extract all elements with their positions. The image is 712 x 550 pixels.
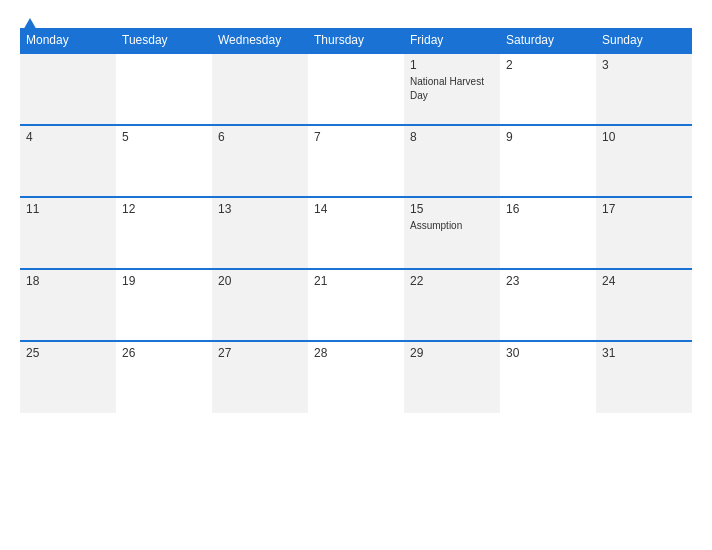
calendar-cell: 19 xyxy=(116,269,212,341)
calendar-cell: 15Assumption xyxy=(404,197,500,269)
day-number: 25 xyxy=(26,346,110,360)
calendar-cell: 20 xyxy=(212,269,308,341)
calendar-cell: 28 xyxy=(308,341,404,413)
day-number: 19 xyxy=(122,274,206,288)
calendar-cell: 6 xyxy=(212,125,308,197)
calendar-week-3: 1112131415Assumption1617 xyxy=(20,197,692,269)
logo-blue-row xyxy=(20,18,38,32)
calendar-week-4: 18192021222324 xyxy=(20,269,692,341)
day-number: 1 xyxy=(410,58,494,72)
calendar-cell: 18 xyxy=(20,269,116,341)
day-number: 3 xyxy=(602,58,686,72)
calendar-cell: 13 xyxy=(212,197,308,269)
calendar-cell: 31 xyxy=(596,341,692,413)
day-number: 28 xyxy=(314,346,398,360)
calendar-cell xyxy=(212,53,308,125)
calendar-cell: 22 xyxy=(404,269,500,341)
day-number: 17 xyxy=(602,202,686,216)
calendar-cell: 3 xyxy=(596,53,692,125)
day-number: 26 xyxy=(122,346,206,360)
day-number: 22 xyxy=(410,274,494,288)
calendar-week-2: 45678910 xyxy=(20,125,692,197)
calendar-cell: 7 xyxy=(308,125,404,197)
day-number: 23 xyxy=(506,274,590,288)
calendar-table: MondayTuesdayWednesdayThursdayFridaySatu… xyxy=(20,28,692,413)
day-number: 7 xyxy=(314,130,398,144)
day-number: 27 xyxy=(218,346,302,360)
calendar-cell: 29 xyxy=(404,341,500,413)
calendar-cell: 11 xyxy=(20,197,116,269)
day-number: 12 xyxy=(122,202,206,216)
calendar-cell: 1National Harvest Day xyxy=(404,53,500,125)
day-number: 4 xyxy=(26,130,110,144)
calendar-week-5: 25262728293031 xyxy=(20,341,692,413)
day-event: National Harvest Day xyxy=(410,76,484,101)
day-number: 18 xyxy=(26,274,110,288)
calendar-cell: 23 xyxy=(500,269,596,341)
calendar-cell: 17 xyxy=(596,197,692,269)
calendar-cell: 9 xyxy=(500,125,596,197)
calendar-header: MondayTuesdayWednesdayThursdayFridaySatu… xyxy=(20,28,692,53)
day-number: 2 xyxy=(506,58,590,72)
weekday-header-friday: Friday xyxy=(404,28,500,53)
day-number: 30 xyxy=(506,346,590,360)
calendar-cell: 27 xyxy=(212,341,308,413)
calendar-cell xyxy=(308,53,404,125)
day-number: 21 xyxy=(314,274,398,288)
day-number: 10 xyxy=(602,130,686,144)
weekday-header-wednesday: Wednesday xyxy=(212,28,308,53)
page: MondayTuesdayWednesdayThursdayFridaySatu… xyxy=(0,0,712,550)
day-number: 20 xyxy=(218,274,302,288)
calendar-cell: 24 xyxy=(596,269,692,341)
calendar-cell: 12 xyxy=(116,197,212,269)
calendar-cell: 10 xyxy=(596,125,692,197)
day-number: 13 xyxy=(218,202,302,216)
calendar-cell xyxy=(20,53,116,125)
calendar-cell: 5 xyxy=(116,125,212,197)
calendar-cell: 25 xyxy=(20,341,116,413)
day-number: 5 xyxy=(122,130,206,144)
day-number: 31 xyxy=(602,346,686,360)
day-number: 29 xyxy=(410,346,494,360)
calendar-body: 1National Harvest Day2345678910111213141… xyxy=(20,53,692,413)
calendar-cell: 14 xyxy=(308,197,404,269)
weekday-header-thursday: Thursday xyxy=(308,28,404,53)
weekday-header-sunday: Sunday xyxy=(596,28,692,53)
weekday-header-saturday: Saturday xyxy=(500,28,596,53)
calendar-cell: 8 xyxy=(404,125,500,197)
calendar-cell: 30 xyxy=(500,341,596,413)
logo xyxy=(20,18,38,32)
calendar-cell: 26 xyxy=(116,341,212,413)
calendar-week-1: 1National Harvest Day23 xyxy=(20,53,692,125)
day-number: 15 xyxy=(410,202,494,216)
day-number: 9 xyxy=(506,130,590,144)
calendar-cell: 21 xyxy=(308,269,404,341)
calendar-cell: 4 xyxy=(20,125,116,197)
day-event: Assumption xyxy=(410,220,462,231)
day-number: 11 xyxy=(26,202,110,216)
day-number: 16 xyxy=(506,202,590,216)
weekday-header-row: MondayTuesdayWednesdayThursdayFridaySatu… xyxy=(20,28,692,53)
calendar-cell: 16 xyxy=(500,197,596,269)
day-number: 14 xyxy=(314,202,398,216)
logo-triangle-icon xyxy=(22,18,38,32)
day-number: 6 xyxy=(218,130,302,144)
weekday-header-tuesday: Tuesday xyxy=(116,28,212,53)
day-number: 24 xyxy=(602,274,686,288)
calendar-cell: 2 xyxy=(500,53,596,125)
calendar-cell xyxy=(116,53,212,125)
day-number: 8 xyxy=(410,130,494,144)
